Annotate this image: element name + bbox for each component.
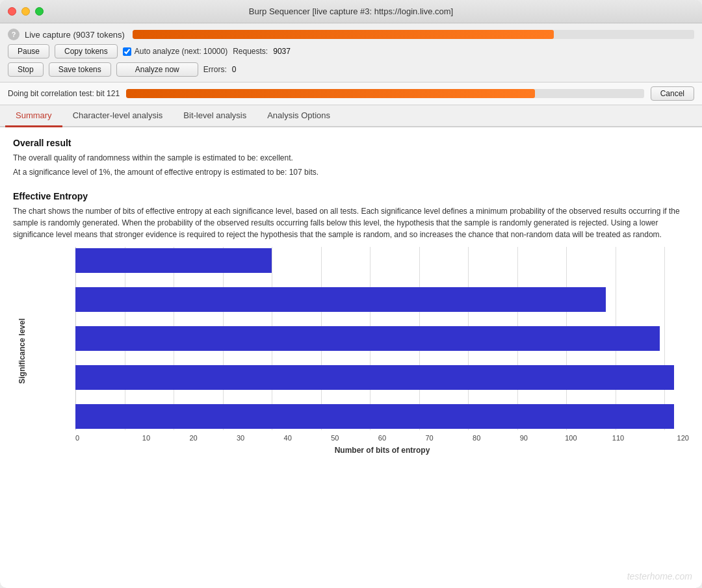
x-label-0: 0 bbox=[75, 434, 123, 442]
bar-container-001pct bbox=[75, 365, 689, 390]
bar-container-1pct bbox=[75, 287, 689, 312]
tab-character-level[interactable]: Character-level analysis bbox=[62, 105, 174, 127]
capture-progress-bar bbox=[133, 30, 694, 39]
x-label-80: 80 bbox=[453, 434, 500, 442]
bar-fill-0001pct bbox=[75, 404, 674, 429]
auto-analyze-checkbox[interactable] bbox=[123, 47, 131, 56]
effective-entropy-section: Effective Entropy The chart shows the nu… bbox=[13, 191, 689, 455]
auto-analyze-checkbox-label[interactable]: Auto analyze (next: 10000) bbox=[123, 47, 228, 56]
main-content: Overall result The overall quality of ra… bbox=[0, 127, 702, 588]
capture-progress-fill bbox=[133, 30, 554, 39]
chart-wrapper: Significance level bbox=[13, 247, 689, 455]
tabs-bar: Summary Character-level analysis Bit-lev… bbox=[0, 105, 702, 127]
x-label-30: 30 bbox=[217, 434, 265, 442]
bar-container-0001pct bbox=[75, 404, 689, 429]
bar-container-01pct bbox=[75, 326, 689, 351]
bar-row-01pct: >0.1% bbox=[75, 325, 689, 352]
overall-result-section: Overall result The overall quality of ra… bbox=[13, 138, 689, 178]
overall-line-1: The overall quality of randomness within… bbox=[13, 152, 689, 164]
tab-bit-level[interactable]: Bit-level analysis bbox=[173, 105, 257, 127]
y-axis-label: Significance level bbox=[14, 318, 30, 384]
auto-analyze-label: Auto analyze (next: 10000) bbox=[135, 47, 228, 56]
pause-button[interactable]: Pause bbox=[8, 44, 49, 58]
tab-analysis-options[interactable]: Analysis Options bbox=[257, 105, 341, 127]
watermark: testerhome.com bbox=[627, 571, 692, 582]
requests-value: 9037 bbox=[273, 47, 291, 56]
analysis-status-bar: Doing bit correlation test: bit 121 Canc… bbox=[0, 83, 702, 105]
titlebar: Burp Sequencer [live capture #3: https:/… bbox=[0, 0, 702, 23]
toolbar-row-3: Stop Save tokens Analyze now Errors: 0 bbox=[8, 62, 694, 77]
copy-tokens-button[interactable]: Copy tokens bbox=[55, 44, 118, 58]
analyze-now-button[interactable]: Analyze now bbox=[116, 62, 198, 77]
entropy-desc: The chart shows the number of bits of ef… bbox=[13, 205, 689, 240]
entropy-title: Effective Entropy bbox=[13, 191, 689, 201]
errors-value: 0 bbox=[232, 65, 237, 74]
x-axis-title: Number of bits of entropy bbox=[31, 446, 689, 455]
bar-row-0001pct: >0.001% bbox=[75, 403, 689, 430]
x-label-110: 110 bbox=[595, 434, 642, 442]
tab-summary[interactable]: Summary bbox=[5, 105, 62, 127]
errors-label: Errors: bbox=[203, 65, 227, 74]
toolbar-row-1: ? Live capture (9037 tokens) bbox=[8, 29, 694, 40]
window-title: Burp Sequencer [live capture #3: https:/… bbox=[249, 6, 453, 16]
x-axis-labels: 0 10 20 30 40 50 60 70 80 90 100 110 120 bbox=[31, 434, 689, 442]
analysis-status-text: Doing bit correlation test: bit 121 bbox=[8, 89, 120, 98]
save-tokens-button[interactable]: Save tokens bbox=[49, 62, 111, 77]
application-window: Burp Sequencer [live capture #3: https:/… bbox=[0, 0, 702, 588]
toolbar: ? Live capture (9037 tokens) Pause Copy … bbox=[0, 23, 702, 83]
x-label-40: 40 bbox=[264, 434, 311, 442]
x-label-20: 20 bbox=[170, 434, 217, 442]
analysis-progress-bar bbox=[126, 89, 644, 98]
x-label-50: 50 bbox=[311, 434, 359, 442]
stop-button[interactable]: Stop bbox=[8, 62, 44, 77]
x-label-90: 90 bbox=[500, 434, 547, 442]
bar-fill-01pct bbox=[75, 326, 660, 351]
toolbar-row-2: Pause Copy tokens Auto analyze (next: 10… bbox=[8, 44, 694, 58]
x-label-70: 70 bbox=[406, 434, 453, 442]
bar-container-10pct bbox=[75, 248, 689, 273]
help-icon[interactable]: ? bbox=[8, 29, 20, 40]
close-button[interactable] bbox=[8, 7, 16, 16]
y-axis-label-wrapper: Significance level bbox=[13, 247, 31, 455]
x-label-10: 10 bbox=[123, 434, 170, 442]
bars-area: >10% >1% bbox=[31, 247, 689, 430]
x-label-120: 120 bbox=[642, 434, 689, 442]
overall-result-title: Overall result bbox=[13, 138, 689, 148]
bar-row-001pct: >0.01% bbox=[75, 364, 689, 391]
capture-label: Live capture (9037 tokens) bbox=[25, 30, 125, 40]
bar-row-1pct: >1% bbox=[75, 286, 689, 313]
cancel-button[interactable]: Cancel bbox=[651, 86, 694, 101]
chart-area: >10% >1% bbox=[31, 247, 689, 455]
minimize-button[interactable] bbox=[21, 7, 30, 16]
x-label-60: 60 bbox=[359, 434, 406, 442]
maximize-button[interactable] bbox=[35, 7, 44, 16]
bar-row-10pct: >10% bbox=[75, 247, 689, 274]
bar-fill-001pct bbox=[75, 365, 674, 390]
bar-fill-10pct bbox=[75, 248, 272, 273]
overall-line-2: At a significance level of 1%, the amoun… bbox=[13, 166, 689, 178]
traffic-lights bbox=[8, 7, 44, 16]
bar-fill-1pct bbox=[75, 287, 606, 312]
analysis-progress-fill bbox=[126, 89, 535, 98]
x-label-100: 100 bbox=[547, 434, 595, 442]
requests-label: Requests: bbox=[233, 47, 268, 56]
